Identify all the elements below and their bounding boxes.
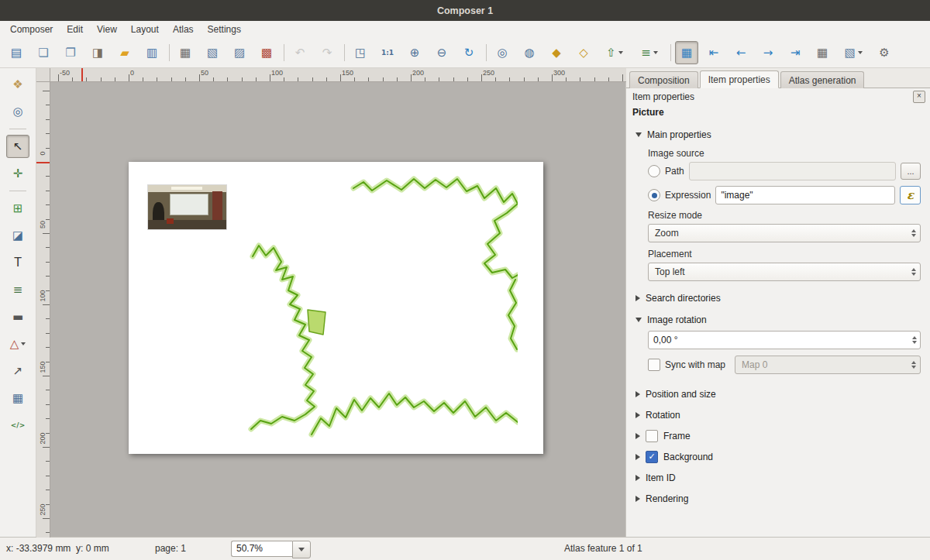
menu-view[interactable]: View — [90, 22, 124, 36]
path-radio[interactable] — [648, 165, 660, 177]
expression-input[interactable] — [715, 186, 895, 204]
zoom-to-selected-items-button[interactable]: ◎ — [491, 41, 514, 64]
ruler-tick — [115, 77, 115, 81]
resize-mode-combo[interactable]: Zoom — [648, 224, 921, 242]
sync-map-combo[interactable]: Map 0 — [735, 356, 921, 374]
ruler-tick — [354, 77, 355, 81]
unlock-all-items-button[interactable]: ◇ — [572, 41, 595, 64]
expression-builder-button[interactable]: ε — [900, 186, 921, 204]
ruler-tick — [439, 77, 439, 81]
window-titlebar[interactable]: Composer 1 — [0, 0, 930, 21]
atlas-next-feature-button[interactable]: → — [756, 41, 780, 64]
save-as-template-button[interactable]: ▥ — [140, 41, 164, 64]
raise-selected-items-button[interactable]: ⇧ — [599, 41, 630, 64]
section-item-id[interactable]: Item ID — [636, 467, 921, 488]
composer-window: Composer 1 ComposerEditViewLayoutAtlasSe… — [0, 0, 930, 560]
sync-with-map-checkbox[interactable] — [648, 359, 660, 371]
add-attribute-table-button[interactable]: ▦ — [6, 387, 29, 410]
dropdown-arrow-icon — [21, 342, 26, 345]
atlas-settings-button[interactable]: ⚙ — [873, 41, 896, 64]
zoom-actual-size-button[interactable]: 1:1 — [376, 41, 399, 64]
export-atlas-button[interactable]: ▧ — [838, 41, 869, 64]
rotation-input[interactable] — [648, 331, 921, 349]
ruler-tick — [43, 518, 50, 519]
zoom-tool-button[interactable]: ◎ — [6, 100, 29, 123]
menu-layout[interactable]: Layout — [124, 22, 166, 36]
lock-selected-items-button[interactable]: ◆ — [545, 41, 568, 64]
load-from-template-button[interactable]: ▰ — [113, 41, 136, 64]
right-panel: CompositionItem propertiesAtlas generati… — [625, 68, 930, 538]
tab-composition[interactable]: Composition — [629, 71, 698, 88]
save-project-button[interactable]: ▤ — [5, 41, 28, 64]
background-checkbox[interactable]: ✓ — [646, 451, 658, 463]
print-atlas-icon: ▦ — [817, 47, 828, 59]
menu-composer[interactable]: Composer — [3, 22, 60, 36]
spinbox-arrows-icon[interactable] — [912, 331, 917, 349]
section-main-properties[interactable]: Main properties — [636, 125, 921, 144]
section-frame[interactable]: Frame — [636, 425, 921, 446]
section-rendering[interactable]: Rendering — [636, 488, 921, 509]
tab-item-properties[interactable]: Item properties — [700, 70, 779, 88]
section-image-rotation[interactable]: Image rotation — [636, 311, 921, 329]
save-as-template-icon: ▥ — [146, 47, 157, 59]
add-arrow-button[interactable]: ↗ — [6, 359, 29, 383]
ruler-tick — [383, 77, 384, 81]
add-html-frame-button[interactable]: </> — [6, 414, 29, 437]
zoom-level-combo[interactable]: 50.7% — [231, 541, 311, 557]
zoom-in-button[interactable]: ⊕ — [403, 41, 426, 64]
zoom-dropdown-button[interactable] — [292, 541, 311, 558]
zoom-out-button[interactable]: ⊖ — [430, 41, 453, 64]
atlas-previous-feature-button[interactable]: ← — [729, 41, 753, 64]
export-as-svg-button[interactable]: ▨ — [228, 41, 251, 64]
add-new-map-button[interactable]: ⊞ — [6, 197, 29, 220]
zoom-level-value[interactable]: 50.7% — [231, 541, 292, 557]
new-composition-button[interactable]: ❏ — [32, 41, 55, 64]
ruler-tick — [72, 77, 73, 81]
close-panel-icon[interactable]: × — [913, 91, 925, 103]
composition-canvas[interactable] — [50, 81, 626, 538]
section-position-and-size[interactable]: Position and size — [636, 383, 921, 404]
print-button[interactable]: ▦ — [174, 41, 197, 64]
composition-manager-button[interactable]: ◨ — [86, 41, 109, 64]
refresh-view-button[interactable]: ↻ — [457, 41, 480, 64]
rotation-spinbox[interactable] — [648, 331, 921, 349]
add-new-legend-button[interactable]: ≡ — [6, 278, 29, 301]
ruler-tick — [46, 318, 50, 319]
print-atlas-button[interactable]: ▦ — [811, 41, 834, 64]
move-item-content-tool-button[interactable]: ✛ — [6, 162, 29, 185]
add-new-scalebar-button[interactable]: ▬ — [6, 305, 29, 328]
pan-tool-button[interactable]: ❖ — [6, 73, 29, 96]
export-as-pdf-button[interactable]: ▩ — [255, 41, 278, 64]
section-rotation[interactable]: Rotation — [636, 404, 921, 425]
preview-atlas-button[interactable]: ▦ — [675, 41, 698, 64]
zoom-full-button[interactable]: ◳ — [349, 41, 372, 64]
export-as-image-button[interactable]: ▧ — [201, 41, 224, 64]
add-shape-button[interactable]: △ — [2, 332, 33, 356]
path-input[interactable] — [689, 162, 896, 180]
composition-page[interactable] — [129, 162, 543, 454]
atlas-first-feature-button[interactable]: ⇤ — [702, 41, 725, 64]
ruler-label: 0 — [130, 69, 134, 77]
expression-radio[interactable] — [648, 189, 660, 201]
undo-button[interactable]: ↶ — [288, 41, 312, 64]
menu-atlas[interactable]: Atlas — [166, 22, 201, 36]
duplicate-composition-button[interactable]: ❐ — [59, 41, 82, 64]
ruler-cursor-marker — [81, 68, 83, 81]
section-search-directories[interactable]: Search directories — [636, 289, 921, 307]
atlas-last-feature-button[interactable]: ⇥ — [784, 41, 807, 64]
zoom-to-all-items-button[interactable]: ◍ — [518, 41, 541, 64]
picture-item-image[interactable] — [148, 185, 226, 229]
menu-edit[interactable]: Edit — [60, 22, 90, 36]
section-background[interactable]: ✓Background — [636, 446, 921, 467]
add-image-button[interactable]: ◪ — [6, 224, 29, 247]
align-selected-items-button[interactable]: ≡ — [634, 41, 665, 64]
placement-combo[interactable]: Top left — [648, 263, 921, 281]
redo-button[interactable]: ↷ — [315, 41, 339, 64]
add-new-label-button[interactable]: T — [6, 251, 29, 274]
undo-icon: ↶ — [295, 47, 305, 59]
frame-checkbox[interactable] — [646, 430, 658, 442]
browse-button[interactable]: ... — [901, 163, 921, 180]
menu-settings[interactable]: Settings — [201, 22, 248, 36]
tab-atlas-generation[interactable]: Atlas generation — [780, 71, 865, 88]
select-move-item-tool-button[interactable]: ↖ — [6, 135, 29, 158]
